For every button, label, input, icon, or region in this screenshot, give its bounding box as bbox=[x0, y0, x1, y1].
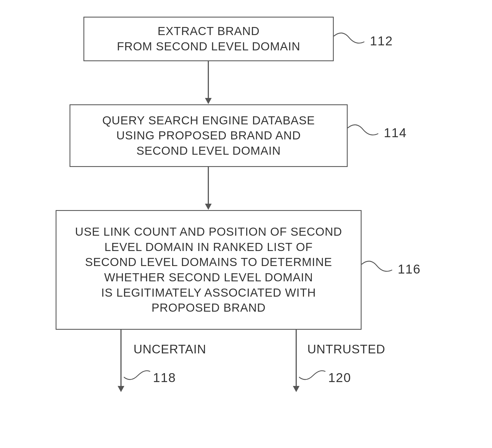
ref-number-118: 118 bbox=[153, 370, 176, 385]
output-uncertain-label: UNCERTAIN bbox=[133, 342, 206, 356]
flowchart-container: EXTRACT BRANDFROM SECOND LEVEL DOMAIN 11… bbox=[11, 11, 484, 437]
arrow-shaft bbox=[208, 167, 209, 205]
ref-number-116: 116 bbox=[398, 262, 421, 277]
step-text: USE LINK COUNT AND POSITION OF SECONDLEV… bbox=[75, 224, 342, 316]
arrow-shaft bbox=[208, 61, 209, 99]
step-query-search-engine: QUERY SEARCH ENGINE DATABASEUSING PROPOS… bbox=[70, 104, 348, 167]
leader-line-icon bbox=[124, 367, 152, 384]
step-extract-brand: EXTRACT BRANDFROM SECOND LEVEL DOMAIN bbox=[83, 17, 334, 61]
ref-number-112: 112 bbox=[370, 33, 393, 48]
arrow-head-icon bbox=[205, 204, 212, 210]
leader-line-icon bbox=[334, 31, 367, 50]
arrow-shaft bbox=[296, 330, 297, 387]
leader-line-icon bbox=[362, 259, 395, 278]
arrow-head-icon bbox=[205, 98, 212, 104]
step-text: QUERY SEARCH ENGINE DATABASEUSING PROPOS… bbox=[102, 113, 315, 159]
arrow-head-icon bbox=[293, 386, 300, 392]
leader-line-icon bbox=[348, 122, 381, 142]
arrow-head-icon bbox=[118, 386, 124, 392]
step-text: EXTRACT BRANDFROM SECOND LEVEL DOMAIN bbox=[117, 24, 300, 54]
output-untrusted-label: UNTRUSTED bbox=[307, 342, 385, 356]
ref-number-120: 120 bbox=[328, 370, 351, 385]
ref-number-114: 114 bbox=[384, 125, 407, 140]
leader-line-icon bbox=[299, 367, 327, 384]
arrow-shaft bbox=[120, 330, 122, 387]
step-use-link-count: USE LINK COUNT AND POSITION OF SECONDLEV… bbox=[56, 210, 362, 330]
